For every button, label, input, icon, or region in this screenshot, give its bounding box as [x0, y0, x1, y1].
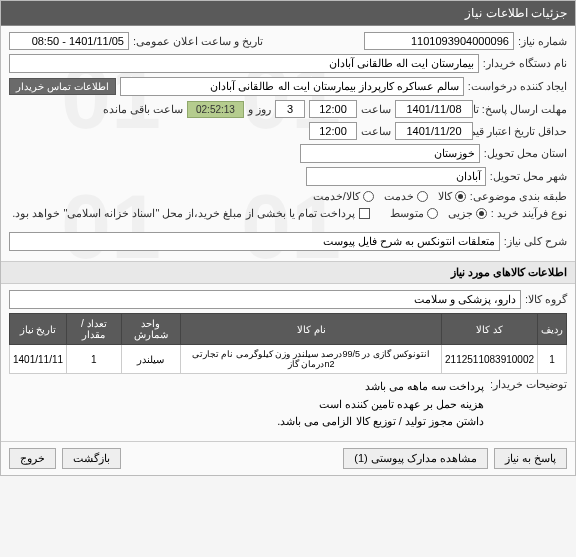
buyer-desc-label: توضیحات خریدار: [490, 378, 567, 391]
buyer-desc-text: پرداخت سه ماهه می باشد هزینه حمل بر عهده… [277, 378, 484, 431]
radio-small-label: جزیی [448, 207, 473, 220]
col-qty: تعداد / مقدار [67, 314, 121, 345]
countdown-badge: 02:52:13 [187, 101, 244, 118]
reply-button[interactable]: پاسخ به نیاز [494, 448, 567, 469]
col-idx: ردیف [538, 314, 567, 345]
treasury-checkbox[interactable] [359, 208, 370, 219]
general-desc-label: شرح کلی نیاز: [504, 235, 567, 248]
validity-time: 12:00 [309, 122, 357, 140]
requester-value: سالم عساکره کارپرداز بیمارستان ایت اله ط… [120, 77, 464, 96]
radio-service[interactable] [417, 191, 428, 202]
cell-date: 1401/11/11 [10, 345, 67, 374]
city-value: آبادان [306, 167, 486, 186]
exit-button[interactable]: خروج [9, 448, 56, 469]
payment-note: پرداخت تمام یا بخشی از مبلغ خرید،از محل … [12, 207, 355, 220]
group-label: گروه کالا: [525, 293, 567, 306]
buyer-desc-line: هزینه حمل بر عهده تامین کننده است [277, 396, 484, 414]
announce-dt-label: تاریخ و ساعت اعلان عمومی: [133, 35, 263, 48]
items-section-title: اطلاعات کالاهای مورد نیاز [1, 261, 575, 284]
deadline-date: 1401/11/08 [395, 100, 473, 118]
radio-goods-service[interactable] [363, 191, 374, 202]
col-unit: واحد شمارش [121, 314, 181, 345]
need-no-label: شماره نیاز: [518, 35, 567, 48]
announce-dt-value: 1401/11/05 - 08:50 [9, 32, 129, 50]
buyer-desc-line: داشتن مجوز تولید / توزیع کالا الزامی می … [277, 413, 484, 431]
validity-label: حداقل تاریخ اعتبار قیمت: تا تاریخ: [477, 125, 567, 138]
category-label: طبقه بندی موضوعی: [470, 190, 567, 203]
panel-title: جزئیات اطلاعات نیاز [1, 1, 575, 26]
panel-body: 01 01 01 01 شماره نیاز: 1101093904000096… [1, 26, 575, 261]
cell-code: 2112511083910002 [442, 345, 538, 374]
category-radios: کالا خدمت کالا/خدمت [313, 190, 466, 203]
cell-unit: سیلندر [121, 345, 181, 374]
province-value: خوزستان [300, 144, 480, 163]
need-no-value: 1101093904000096 [364, 32, 514, 50]
time-label: ساعت [361, 103, 391, 116]
cell-idx: 1 [538, 345, 567, 374]
time-label: ساعت [361, 125, 391, 138]
buyer-desc-line: پرداخت سه ماهه می باشد [277, 378, 484, 396]
buyer-org-value: بیمارستان ایت اله طالقانی آبادان [9, 54, 479, 73]
radio-medium[interactable] [427, 208, 438, 219]
deadline-time: 12:00 [309, 100, 357, 118]
deadline-label: مهلت ارسال پاسخ: تا تاریخ: [477, 103, 567, 116]
cell-name: انتونوکس گازی در 99/5درصد سیلندر وزن کیل… [181, 345, 442, 374]
radio-small[interactable] [476, 208, 487, 219]
validity-date: 1401/11/20 [395, 122, 473, 140]
province-label: استان محل تحویل: [484, 147, 567, 160]
col-name: نام کالا [181, 314, 442, 345]
buy-type-radios: جزیی متوسط [390, 207, 487, 220]
days-value: 3 [275, 100, 305, 118]
items-table: ردیف کد کالا نام کالا واحد شمارش تعداد /… [9, 313, 567, 374]
radio-medium-label: متوسط [390, 207, 424, 220]
days-label: روز و [248, 103, 271, 116]
city-label: شهر محل تحویل: [490, 170, 567, 183]
contact-info-button[interactable]: اطلاعات تماس خریدار [9, 78, 116, 95]
footer-actions: پاسخ به نیاز مشاهده مدارک پیوستی (1) باز… [1, 441, 575, 475]
details-panel: جزئیات اطلاعات نیاز 01 01 01 01 شماره نی… [0, 0, 576, 476]
general-desc-value: متعلقات انتونکس به شرح فایل پیوست [9, 232, 500, 251]
table-row[interactable]: 1 2112511083910002 انتونوکس گازی در 99/5… [10, 345, 567, 374]
attachments-button[interactable]: مشاهده مدارک پیوستی (1) [343, 448, 488, 469]
group-value: دارو، پزشکی و سلامت [9, 290, 521, 309]
col-date: تاریخ نیاز [10, 314, 67, 345]
buy-type-label: نوع فرآیند خرید : [491, 207, 567, 220]
remain-label: ساعت باقی مانده [103, 103, 183, 116]
buyer-org-label: نام دستگاه خریدار: [483, 57, 567, 70]
back-button[interactable]: بازگشت [62, 448, 121, 469]
cell-qty: 1 [67, 345, 121, 374]
radio-service-label: خدمت [384, 190, 414, 203]
col-code: کد کالا [442, 314, 538, 345]
radio-goods[interactable] [455, 191, 466, 202]
requester-label: ایجاد کننده درخواست: [468, 80, 567, 93]
radio-goods-label: کالا [438, 190, 452, 203]
radio-goods-service-label: کالا/خدمت [313, 190, 360, 203]
